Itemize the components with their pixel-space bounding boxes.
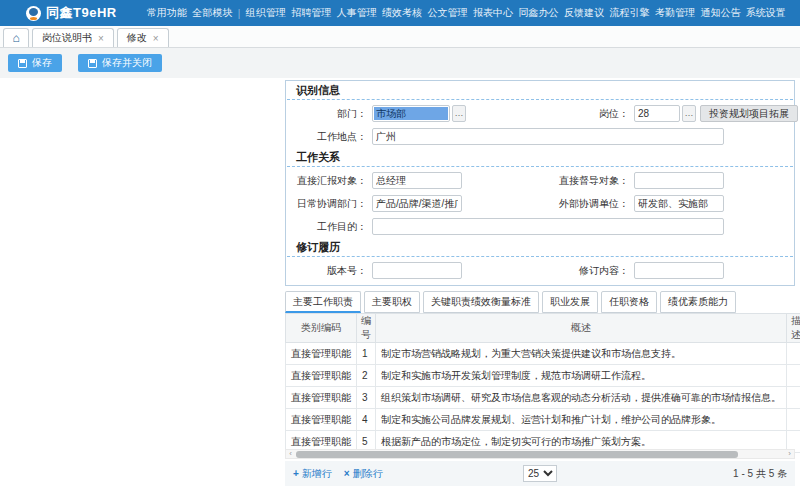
action-toolbar: 保存 保存并关闭 [0, 48, 800, 78]
save-icon [18, 59, 27, 68]
post-lookup-icon[interactable]: … [682, 105, 696, 122]
supervise-field[interactable] [634, 172, 724, 189]
nav-item-reports[interactable]: 报表中心 [473, 6, 513, 20]
nav-item-hr[interactable]: 人事管理 [337, 6, 377, 20]
section-divider [287, 256, 793, 257]
cell-summary[interactable]: 制定市场营销战略规划，为重大营销决策提供建议和市场信息支持。 [376, 343, 787, 365]
tab-label: 修改 [127, 31, 147, 45]
report-to-field[interactable] [372, 172, 462, 189]
scrollbar-thumb[interactable] [296, 451, 738, 458]
cell-summary[interactable]: 制定和实施市场开发策划管理制度，规范市场调研工作流程。 [376, 365, 787, 387]
version-label: 版本号： [286, 264, 372, 278]
save-icon [88, 59, 97, 68]
cell-desc[interactable] [787, 343, 800, 365]
delete-row-button[interactable]: × 删除行 [344, 467, 383, 481]
tab-modify[interactable]: 修改 × [117, 28, 169, 47]
cell-no[interactable]: 4 [357, 409, 376, 431]
post-name-badge[interactable]: 投资规划项目拓展 [700, 105, 798, 122]
section-divider [287, 166, 793, 167]
detail-tabbar: 主要工作职责 主要职权 关键职责绩效衡量标准 职业发展 任职资格 绩优素质能力 [285, 291, 795, 313]
department-value: 市场部 [374, 107, 448, 120]
nav-item-performance[interactable]: 绩效考核 [382, 6, 422, 20]
table-row[interactable]: 直接管理职能 3 组织策划市场调研、研究及市场信息客观的动态分析活动，提供准确可… [286, 387, 800, 409]
close-icon[interactable]: × [98, 33, 104, 44]
revision-content-label: 修订内容： [548, 264, 634, 278]
purpose-label: 工作目的： [286, 220, 372, 234]
nav-divider: | [238, 8, 241, 19]
app-logo-icon [26, 6, 41, 21]
cell-category[interactable]: 直接管理职能 [286, 343, 357, 365]
horizontal-scrollbar[interactable]: ‹ › [285, 449, 795, 459]
table-row[interactable]: 直接管理职能 2 制定和实施市场开发策划管理制度，规范市场调研工作流程。 [286, 365, 800, 387]
home-icon: ⌂ [12, 32, 19, 44]
nav-item-common[interactable]: 常用功能 [147, 6, 187, 20]
nav-item-all-modules[interactable]: 全部模块 [192, 6, 232, 20]
cell-desc[interactable] [787, 365, 800, 387]
cell-summary[interactable]: 制定和实施公司品牌发展规划、运营计划和推广计划，维护公司的品牌形象。 [376, 409, 787, 431]
main-menu: 常用功能 全部模块 | 组织管理 招聘管理 人事管理 绩效考核 公文管理 报表中… [147, 6, 786, 20]
nav-item-recruit[interactable]: 招聘管理 [291, 6, 331, 20]
nav-item-attendance[interactable]: 考勤管理 [655, 6, 695, 20]
tab-qualifications[interactable]: 任职资格 [601, 291, 657, 313]
revision-content-field[interactable] [634, 262, 724, 279]
purpose-field[interactable] [372, 218, 724, 235]
section-title-relations: 工作关系 [286, 148, 794, 166]
brand-name: 同鑫T9eHR [46, 4, 117, 22]
col-category: 类别编码 [286, 314, 357, 343]
cell-category[interactable]: 直接管理职能 [286, 365, 357, 387]
supervise-label: 直接督导对象： [548, 174, 634, 188]
coordinate-dept-field[interactable] [372, 195, 462, 212]
post-label: 岗位： [548, 107, 634, 121]
brand-logo[interactable]: 同鑫T9eHR [26, 4, 117, 22]
nav-item-settings[interactable]: 系统设置 [746, 6, 786, 20]
cell-category[interactable]: 直接管理职能 [286, 409, 357, 431]
table-row[interactable]: 直接管理职能 1 制定市场营销战略规划，为重大营销决策提供建议和市场信息支持。 [286, 343, 800, 365]
dept-label: 部门： [286, 107, 372, 121]
tab-main-duties[interactable]: 主要工作职责 [285, 291, 361, 313]
save-and-close-button[interactable]: 保存并关闭 [78, 54, 162, 72]
position-form: 识别信息 部门： 市场部 … 岗位： … 投资规划项目拓展 工作地点： [285, 80, 795, 286]
nav-item-org[interactable]: 组织管理 [246, 6, 286, 20]
tab-kpi-standards[interactable]: 关键职责绩效衡量标准 [423, 291, 539, 313]
cell-summary[interactable]: 组织策划市场调研、研究及市场信息客观的动态分析活动，提供准确可靠的市场情报信息。 [376, 387, 787, 409]
location-label: 工作地点： [286, 130, 372, 144]
location-field[interactable] [372, 128, 724, 145]
cell-no[interactable]: 3 [357, 387, 376, 409]
tab-position-description[interactable]: 岗位说明书 × [32, 28, 114, 47]
plus-icon: + [293, 468, 299, 479]
section-title-identity: 识别信息 [286, 81, 794, 99]
cell-category[interactable]: 直接管理职能 [286, 387, 357, 409]
cell-desc[interactable] [787, 409, 800, 431]
external-unit-field[interactable] [634, 195, 724, 212]
col-summary: 概述 [376, 314, 787, 343]
document-tabbar: ⌂ 岗位说明书 × 修改 × [0, 26, 800, 48]
nav-item-documents[interactable]: 公文管理 [428, 6, 468, 20]
cell-no[interactable]: 1 [357, 343, 376, 365]
table-row[interactable]: 直接管理职能 4 制定和实施公司品牌发展规划、运营计划和推广计划，维护公司的品牌… [286, 409, 800, 431]
section-title-revision: 修订履历 [286, 238, 794, 256]
department-field[interactable]: 市场部 [372, 105, 450, 122]
nav-item-feedback[interactable]: 反馈建议 [564, 6, 604, 20]
department-lookup-icon[interactable]: … [452, 105, 466, 122]
save-button[interactable]: 保存 [8, 54, 62, 72]
scroll-right-icon[interactable]: › [785, 450, 794, 458]
nav-item-notice[interactable]: 通知公告 [700, 6, 740, 20]
coordinate-dept-label: 日常协调部门： [286, 197, 372, 211]
cell-no[interactable]: 2 [357, 365, 376, 387]
post-field[interactable] [634, 105, 680, 122]
cell-desc[interactable] [787, 387, 800, 409]
tab-main-authority[interactable]: 主要职权 [364, 291, 420, 313]
page-size-select[interactable]: 25 [523, 465, 557, 482]
version-field[interactable] [372, 262, 462, 279]
nav-item-workflow[interactable]: 流程引擎 [609, 6, 649, 20]
tab-competency[interactable]: 绩优素质能力 [660, 291, 736, 313]
tab-career-dev[interactable]: 职业发展 [542, 291, 598, 313]
report-to-label: 直接汇报对象： [286, 174, 372, 188]
scroll-left-icon[interactable]: ‹ [286, 450, 295, 458]
tab-home[interactable]: ⌂ [3, 28, 29, 47]
col-no: 编号 [357, 314, 376, 343]
add-row-button[interactable]: + 新增行 [293, 467, 332, 481]
nav-item-office[interactable]: 同鑫办公 [519, 6, 559, 20]
close-icon[interactable]: × [153, 33, 159, 44]
section-divider [287, 99, 793, 100]
